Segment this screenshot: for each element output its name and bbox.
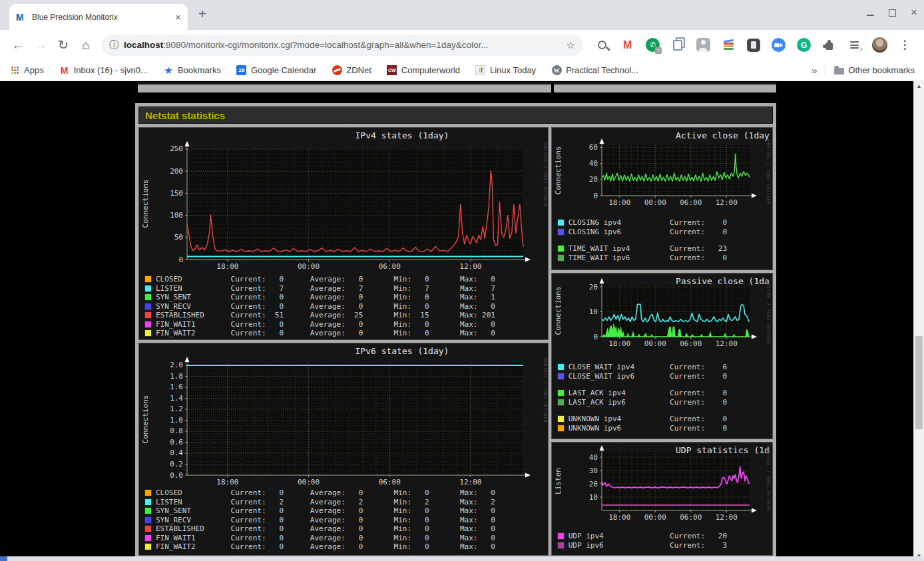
svg-text:0.8: 0.8 [170, 427, 183, 435]
legend-row: LAST_ACK ipv4 Current: 0 [557, 389, 772, 398]
bookmarks-right: » Other bookmarks [811, 65, 915, 76]
folder-icon [833, 65, 844, 76]
search-icon[interactable] [592, 35, 612, 56]
voice-icon[interactable]: ✆ [643, 35, 663, 56]
zdnet-icon [332, 65, 342, 76]
svg-text:06:00: 06:00 [379, 478, 401, 486]
forward-button[interactable]: → [29, 34, 52, 57]
bookmark-star-icon[interactable]: ☆ [567, 39, 575, 51]
svg-text:18:00: 18:00 [608, 198, 630, 207]
bookmark-item[interactable]: 28Google Calendar [236, 65, 316, 76]
previous-section-bottom-right [554, 83, 776, 93]
minimize-button[interactable] [867, 15, 874, 16]
contact-icon[interactable] [693, 35, 713, 56]
gmail-icon[interactable]: M [618, 35, 638, 56]
new-tab-button[interactable]: + [198, 7, 206, 22]
legend-row: FIN_WAIT1 Current: 0 Average: 0 Min: 0 M… [144, 320, 548, 329]
svg-text:50: 50 [174, 233, 183, 242]
ipv6-states-graph[interactable]: 0.00.20.40.60.81.01.21.41.61.82.018:0000… [139, 343, 547, 486]
legend-row: CLOSING ipv6 Current: 0 [557, 228, 772, 237]
bookmark-item[interactable]: ZDNet [332, 65, 371, 76]
svg-text:IPv4 states (1day): IPv4 states (1day) [355, 130, 449, 140]
svg-text:18:00: 18:00 [608, 513, 630, 522]
svg-text:20: 20 [588, 175, 597, 184]
svg-text:Listen: Listen [554, 468, 563, 494]
legend-row: ESTABLISHED Current: 51 Average: 25 Min:… [144, 311, 548, 320]
bookmark-label: ZDNet [346, 65, 371, 75]
svg-text:100: 100 [170, 211, 183, 220]
window-close-button[interactable]: × [911, 8, 917, 17]
menu-dots-icon[interactable]: ⋮ [895, 35, 915, 56]
url-path: :8080/monitorix-cgi/monitorix.cgi?mode=l… [163, 40, 488, 50]
scrollbar-thumb[interactable] [915, 336, 923, 429]
zoom-camera-icon[interactable] [769, 35, 789, 56]
svg-text:18:00: 18:00 [216, 478, 238, 486]
svg-text:0: 0 [593, 192, 598, 200]
udp-statistics-graph[interactable]: 1020304018:0000:0006:0012:00UDP statisti… [552, 443, 770, 528]
other-bookmarks-label: Other bookmarks [848, 65, 915, 75]
url-text[interactable]: localhost:8080/monitorix-cgi/monitorix.c… [124, 40, 561, 50]
bookmarks-overflow-icon[interactable]: » [811, 65, 817, 76]
svg-text:06:00: 06:00 [680, 339, 702, 348]
svg-text:1.0: 1.0 [170, 416, 183, 425]
svg-text:18:00: 18:00 [216, 262, 238, 271]
scroll-up-icon[interactable]: ▲ [914, 81, 924, 91]
calendar-icon: 28 [236, 65, 247, 76]
bookmark-item[interactable]: Apps [9, 65, 44, 76]
legend-row: UDP ipv6 Current: 3 [557, 541, 772, 550]
legend-row: TIME_WAIT ipv4 Current: 23 [557, 244, 772, 254]
window-controls: × [867, 8, 917, 17]
window-corner-accent [0, 556, 7, 561]
bookmark-item[interactable]: CWComputerworld [387, 65, 460, 76]
ipv4-states-graph[interactable]: 05010015020025018:0000:0006:0012:00IPv4 … [139, 128, 547, 272]
page-info-icon[interactable]: ⓘ [109, 39, 118, 51]
svg-text:00:00: 00:00 [298, 478, 320, 486]
copy-icon[interactable] [668, 35, 688, 56]
profile-avatar[interactable] [869, 35, 889, 56]
svg-text:1.8: 1.8 [170, 372, 183, 381]
tab-close-icon[interactable]: × [175, 11, 181, 23]
bookmark-item[interactable]: ltLinux Today [475, 65, 536, 76]
wordpress-icon: W [551, 65, 562, 76]
tab-strip: M M Blue Precision Monitorix × + × [0, 0, 924, 30]
home-button[interactable]: ⌂ [75, 34, 97, 57]
bookmark-item[interactable]: MInbox (16) - sjvn0... [59, 65, 148, 76]
svg-text:200: 200 [170, 167, 183, 176]
browser-tab[interactable]: M M Blue Precision Monitorix × [9, 4, 188, 30]
svg-text:Connections: Connections [141, 180, 150, 228]
url-host: localhost [124, 40, 163, 50]
active-close-graph[interactable]: 020406018:0000:0006:0012:00Active close … [552, 128, 770, 213]
reload-button[interactable]: ↻ [52, 34, 75, 57]
svg-text:0: 0 [593, 333, 598, 341]
right-column: 020406018:0000:0006:0012:00Active close … [551, 127, 773, 556]
svg-text:60: 60 [588, 143, 597, 152]
svg-text:10: 10 [588, 307, 597, 316]
books-icon[interactable] [718, 35, 738, 56]
svg-text:1.6: 1.6 [170, 383, 183, 391]
svg-text:06:00: 06:00 [680, 198, 702, 207]
bookmark-item[interactable]: WPractical Technol... [551, 65, 638, 76]
browser-window: M M Blue Precision Monitorix × + × ← → ↻… [0, 0, 924, 561]
bookmark-label: Computerworld [401, 65, 460, 75]
svg-text:10: 10 [588, 493, 597, 502]
playlist-icon[interactable]: ♪ [844, 35, 864, 56]
svg-text:RRDTOOL / TOBI OETIKER: RRDTOOL / TOBI OETIKER [766, 280, 770, 344]
maximize-button[interactable] [889, 9, 896, 17]
other-bookmarks-button[interactable]: Other bookmarks [833, 65, 915, 76]
grammarly-icon[interactable]: G [794, 35, 814, 56]
passive-close-graph[interactable]: 0102018:0000:0006:0012:00Passive close (… [552, 274, 770, 359]
star-icon: ★ [163, 65, 174, 76]
extensions-puzzle-icon[interactable] [819, 35, 839, 56]
svg-text:0.4: 0.4 [170, 449, 183, 457]
bookmark-item[interactable]: ★Bookmarks [163, 65, 221, 76]
vertical-scrollbar[interactable]: ▲ ▼ [913, 81, 924, 561]
svg-text:0.6: 0.6 [170, 438, 183, 447]
legend-row: ESTABLISHED Current: 0 Average: 0 Min: 0… [144, 524, 548, 534]
section-title: Netstat statistics [145, 110, 225, 121]
svg-text:00:00: 00:00 [644, 198, 666, 207]
tab-title: Blue Precision Monitorix [32, 13, 171, 22]
reader-icon[interactable] [744, 35, 764, 56]
address-bar[interactable]: ⓘ localhost:8080/monitorix-cgi/monitorix… [101, 35, 583, 56]
legend-row: CLOSED Current: 0 Average: 0 Min: 0 Max:… [144, 488, 548, 498]
back-button[interactable]: ← [7, 34, 29, 57]
